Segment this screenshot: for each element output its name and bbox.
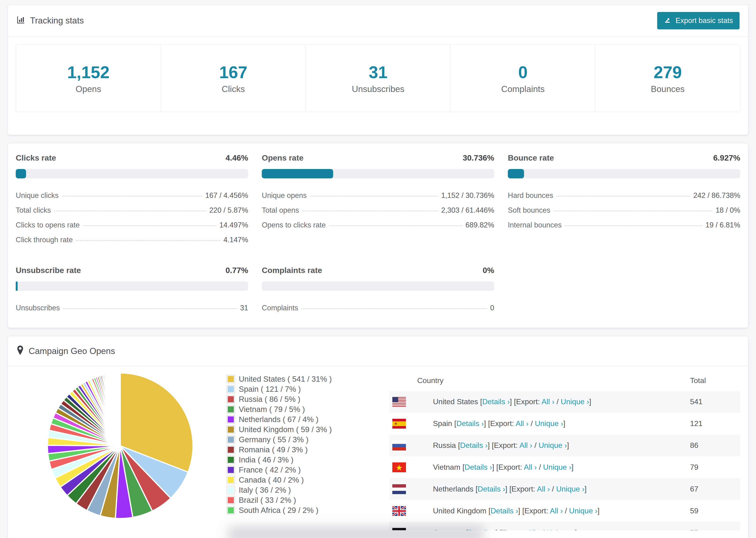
geo-table-row-united-states: United States [Details ›] [Export: All ›…: [389, 391, 740, 413]
tracking-stats-title: Tracking stats: [17, 15, 84, 26]
legend-item-germany: Germany ( 55 / 3% ): [227, 435, 389, 445]
rate-detail-row: Click through rate4.147%: [16, 233, 248, 247]
export-all-link[interactable]: All ›: [527, 528, 540, 530]
rate-value: 6.927%: [713, 153, 740, 162]
legend-label: Canada ( 40 / 2% ): [239, 476, 304, 484]
export-all-link[interactable]: All ›: [519, 441, 532, 450]
details-link[interactable]: Details ›: [465, 463, 492, 471]
geo-pie-legend: United States ( 541 / 31% )Spain ( 121 /…: [227, 370, 389, 530]
details-link[interactable]: Details ›: [482, 398, 510, 406]
rate-value: 0%: [483, 266, 494, 275]
stat-value: 1,152: [67, 63, 109, 82]
country-column-header: Country: [389, 376, 690, 385]
details-link[interactable]: Details ›: [477, 485, 505, 493]
rate-detail-label: Opens to clicks rate: [262, 221, 326, 229]
legend-item-italy: Italy ( 36 / 2% ): [227, 485, 389, 495]
dashboard-page: Tracking stats Export basic stats 1,152O…: [0, 0, 756, 538]
rate-detail-value: 242 / 86.738%: [693, 191, 740, 200]
stat-label: Unsubscribes: [352, 84, 404, 94]
stat-box-bounces: 279Bounces: [595, 45, 740, 112]
rate-progress-fill: [16, 282, 18, 291]
rate-detail-row: Complaints0: [262, 301, 494, 315]
rate-detail-value: 2,303 / 61.446%: [441, 206, 494, 215]
export-basic-stats-button[interactable]: Export basic stats: [657, 12, 739, 29]
geo-table-row-united-kingdom: United Kingdom [Details ›] [Export: All …: [389, 500, 740, 522]
rate-detail-label: Hard bounces: [508, 191, 553, 200]
rate-progress-fill: [262, 169, 333, 178]
pie-slice-other-75[interactable]: [120, 373, 120, 446]
map-pin-icon: [17, 346, 24, 357]
export-basic-stats-label: Export basic stats: [675, 17, 733, 25]
legend-label: Netherlands ( 67 / 4% ): [239, 415, 318, 424]
rate-detail-row: Hard bounces242 / 86.738%: [508, 188, 740, 203]
export-all-link[interactable]: All ›: [550, 507, 563, 515]
rate-detail-label: Total clicks: [16, 206, 51, 215]
tracking-stats-title-text: Tracking stats: [30, 16, 84, 26]
export-all-link[interactable]: All ›: [524, 463, 537, 471]
legend-label: France ( 42 / 2% ): [239, 465, 301, 474]
legend-swatch: [227, 405, 235, 413]
stat-value: 279: [654, 63, 682, 82]
rate-block-opens-rate: Opens rate30.736%Unique opens1,152 / 30.…: [262, 153, 494, 247]
legend-swatch: [227, 507, 235, 514]
stat-value: 31: [369, 63, 387, 82]
export-all-link[interactable]: All ›: [537, 485, 550, 493]
flag-nl-icon: [392, 484, 406, 494]
export-unique-link[interactable]: Unique ›: [547, 528, 575, 530]
dotted-leader: [554, 211, 712, 211]
export-unique-link[interactable]: Unique ›: [543, 463, 571, 471]
legend-swatch: [227, 486, 235, 494]
rate-detail-label: Unique clicks: [16, 191, 59, 200]
legend-label: Brazil ( 33 / 2% ): [239, 496, 296, 505]
legend-label: India ( 46 / 3% ): [239, 456, 294, 464]
rate-progress-fill: [16, 169, 26, 178]
stat-box-complaints: 0Complaints: [450, 45, 595, 112]
dotted-leader: [302, 211, 438, 211]
legend-item-india: India ( 46 / 3% ): [227, 455, 389, 465]
rate-detail-row: Unique opens1,152 / 30.736%: [262, 188, 494, 203]
legend-swatch: [227, 426, 235, 433]
export-all-link[interactable]: All ›: [541, 398, 554, 406]
geo-country-table: CountryTotalUnited States [Details ›] [E…: [389, 370, 740, 530]
details-link[interactable]: Details ›: [490, 507, 518, 515]
rate-progress-track: [16, 169, 248, 178]
export-unique-link[interactable]: Unique ›: [561, 398, 589, 406]
rate-detail-value: 0: [490, 304, 494, 312]
legend-label: Germany ( 55 / 3% ): [239, 435, 308, 444]
export-unique-link[interactable]: Unique ›: [556, 485, 585, 493]
rate-block-unsubscribe-rate: Unsubscribe rate0.77%Unsubscribes31: [16, 266, 248, 315]
export-unique-link[interactable]: Unique ›: [535, 419, 563, 428]
rate-value: 0.77%: [226, 266, 248, 275]
dotted-leader: [83, 225, 216, 226]
details-link[interactable]: Details ›: [460, 441, 488, 450]
rate-detail-value: 1,152 / 30.736%: [441, 191, 494, 200]
rate-detail-row: Opens to clicks rate689.82%: [262, 218, 494, 233]
tracking-stats-header: Tracking stats Export basic stats: [8, 5, 748, 37]
export-all-link[interactable]: All ›: [515, 419, 528, 428]
stat-box-opens: 1,152Opens: [16, 45, 161, 112]
stat-label: Opens: [76, 84, 101, 94]
geo-table-row-netherlands: Netherlands [Details ›] [Export: All › /…: [389, 478, 740, 500]
export-unique-link[interactable]: Unique ›: [539, 441, 567, 450]
stat-label: Complaints: [501, 84, 545, 94]
rate-detail-label: Unique opens: [262, 191, 307, 200]
details-link[interactable]: Details ›: [457, 419, 484, 428]
export-unique-link[interactable]: Unique ›: [569, 507, 598, 515]
legend-label: Russia ( 86 / 5% ): [239, 395, 300, 404]
rate-detail-label: Click through rate: [16, 236, 73, 244]
rate-value: 30.736%: [463, 153, 494, 162]
dotted-leader: [62, 196, 202, 196]
stat-label: Clicks: [222, 84, 245, 94]
dotted-leader: [54, 211, 206, 211]
rate-detail-label: Internal bounces: [508, 221, 562, 229]
legend-swatch: [227, 446, 235, 454]
legend-label: South Africa ( 29 / 2% ): [239, 506, 318, 515]
dotted-leader: [329, 225, 462, 226]
country-cell: United States [Details ›] [Export: All ›…: [433, 398, 690, 406]
country-cell: Netherlands [Details ›] [Export: All › /…: [433, 485, 690, 493]
stat-box-clicks: 167Clicks: [161, 45, 306, 112]
bar-chart-icon: [17, 15, 26, 26]
dotted-leader: [310, 196, 438, 196]
legend-item-spain: Spain ( 121 / 7% ): [227, 384, 389, 394]
legend-swatch: [227, 385, 235, 393]
